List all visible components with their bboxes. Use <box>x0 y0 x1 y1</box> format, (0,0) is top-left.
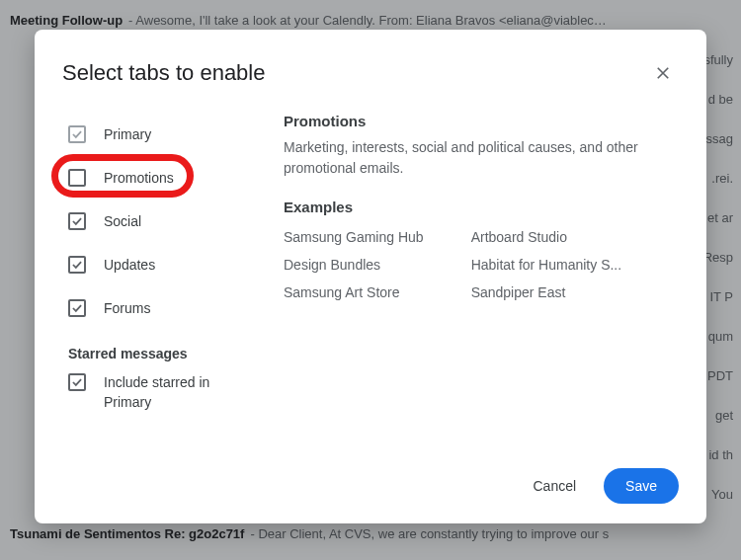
tab-label: Updates <box>104 257 155 273</box>
tabs-list: Primary Promotions Social Updates Forums… <box>62 113 260 460</box>
checkbox-forums[interactable] <box>68 299 86 317</box>
close-icon <box>654 64 672 82</box>
save-button[interactable]: Save <box>604 468 679 504</box>
include-starred-option[interactable]: Include starred in Primary <box>62 367 260 412</box>
tab-label: Promotions <box>104 170 174 186</box>
example-sender: Samsung Gaming Hub <box>284 223 424 251</box>
checkbox-social[interactable] <box>68 212 86 230</box>
example-sender: Habitat for Humanity S... <box>471 251 622 279</box>
checkbox-promotions[interactable] <box>68 169 86 187</box>
detail-description: Marketing, interests, social and politic… <box>284 137 679 179</box>
examples-list: Samsung Gaming Hub Design Bundles Samsun… <box>284 223 679 306</box>
tab-option-promotions[interactable]: Promotions <box>62 156 260 200</box>
examples-heading: Examples <box>284 199 679 215</box>
close-button[interactable] <box>647 57 679 89</box>
detail-heading: Promotions <box>284 113 679 129</box>
tab-label: Social <box>104 213 141 229</box>
checkbox-include-starred[interactable] <box>68 373 86 391</box>
starred-section-label: Starred messages <box>62 346 260 361</box>
tab-option-forums[interactable]: Forums <box>62 286 260 330</box>
tab-label: Forums <box>104 300 150 316</box>
tab-option-social[interactable]: Social <box>62 200 260 243</box>
dialog-title: Select tabs to enable <box>62 60 265 86</box>
example-sender: Sandpiper East <box>471 279 622 306</box>
tab-option-primary[interactable]: Primary <box>62 113 260 156</box>
include-starred-label: Include starred in Primary <box>104 373 242 412</box>
select-tabs-dialog: Select tabs to enable Primary Promotions… <box>35 30 706 523</box>
tab-option-updates[interactable]: Updates <box>62 243 260 286</box>
checkbox-updates[interactable] <box>68 256 86 274</box>
example-sender: Design Bundles <box>284 251 424 279</box>
checkbox-primary[interactable] <box>68 125 86 143</box>
tab-label: Primary <box>104 126 151 142</box>
example-sender: Samsung Art Store <box>284 279 424 306</box>
example-sender: Artboard Studio <box>471 223 622 251</box>
cancel-button[interactable]: Cancel <box>517 468 592 504</box>
tab-detail-panel: Promotions Marketing, interests, social … <box>284 113 679 460</box>
